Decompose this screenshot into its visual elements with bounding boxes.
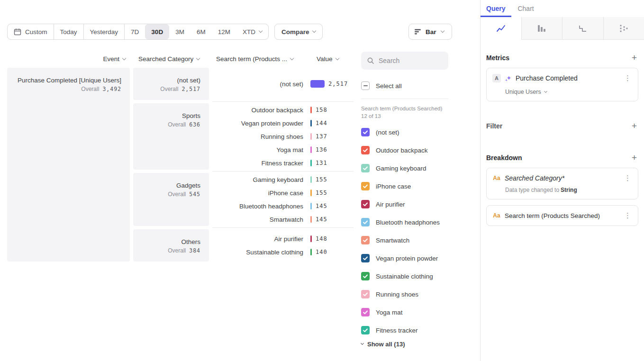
value-label: 136 <box>316 146 327 153</box>
filter-item[interactable]: Fitness tracker <box>361 321 448 339</box>
yesterday-button[interactable]: Yesterday <box>84 24 125 39</box>
table-row[interactable]: Gaming keyboard 155 <box>212 173 354 186</box>
today-button[interactable]: Today <box>54 24 84 39</box>
range-xtd-button[interactable]: XTD <box>236 24 268 39</box>
metric-type-dropdown[interactable]: Unique Users <box>505 89 632 95</box>
value-bar[interactable] <box>310 216 312 223</box>
table-row[interactable]: Vegan protein powder 144 <box>212 117 354 130</box>
search-input[interactable] <box>379 57 435 64</box>
custom-date-button[interactable]: Custom <box>8 24 54 39</box>
table-row[interactable]: iPhone case 155 <box>212 186 354 199</box>
table-row[interactable]: Sustainable clothing 140 <box>212 245 354 259</box>
filter-item[interactable]: Smartwatch <box>361 231 448 249</box>
tab-query[interactable]: Query <box>486 5 505 12</box>
column-header-value[interactable]: Value <box>317 55 339 63</box>
filter-item[interactable]: Yoga mat <box>361 303 448 321</box>
filter-item[interactable]: Vegan protein powder <box>361 249 448 267</box>
table-row[interactable]: (not set) 2,517 <box>212 77 354 90</box>
table-row[interactable]: Yoga mat 136 <box>212 143 354 156</box>
add-metric-button[interactable]: + <box>630 53 638 62</box>
checkbox-checked[interactable] <box>361 236 370 244</box>
filter-item-label: Air purifier <box>376 201 405 208</box>
table-row[interactable]: Air purifier 148 <box>212 232 354 245</box>
breakdown-menu-button[interactable]: ⋮ <box>623 211 632 220</box>
value-bar[interactable] <box>310 160 312 166</box>
checkbox-checked[interactable] <box>361 128 370 136</box>
breakdown-menu-button[interactable]: ⋮ <box>623 174 632 182</box>
table-row[interactable]: Fitness tracker 131 <box>212 156 354 170</box>
value-bar[interactable] <box>310 176 312 183</box>
filter-item[interactable]: Bluetooth headphones <box>361 213 448 231</box>
category-panel[interactable]: Others Overall384 <box>133 229 209 262</box>
tab-insights[interactable] <box>481 17 521 40</box>
chart-type-dropdown[interactable]: Bar <box>408 24 452 40</box>
range-30d-button[interactable]: 30D <box>145 24 169 39</box>
checkbox-checked[interactable] <box>361 182 370 190</box>
table-row[interactable]: Outdoor backpack 158 <box>212 103 354 117</box>
filter-item[interactable]: (not set) <box>361 123 448 141</box>
category-panel[interactable]: (not set) Overall2,517 <box>133 68 209 100</box>
filter-item[interactable]: Running shoes <box>361 285 448 303</box>
checkbox-checked[interactable] <box>361 290 370 298</box>
value-bar[interactable] <box>310 120 312 126</box>
table-row[interactable]: Smartwatch 145 <box>212 213 354 226</box>
value-bar[interactable] <box>310 133 312 140</box>
event-panel[interactable]: Purchase Completed [Unique Users] Overal… <box>7 68 130 262</box>
category-name: Sports <box>133 112 200 119</box>
tab-chart[interactable]: Chart <box>517 5 534 12</box>
show-all-button[interactable]: Show all (13) <box>361 341 448 348</box>
filter-item[interactable]: Outdoor backpack <box>361 141 448 159</box>
tab-retention[interactable] <box>562 17 603 40</box>
value-bar[interactable] <box>310 190 312 196</box>
checkbox-checked[interactable] <box>361 218 370 226</box>
tab-funnels[interactable] <box>521 17 562 40</box>
indeterminate-dash-icon <box>363 85 368 86</box>
metric-menu-button[interactable]: ⋮ <box>623 74 632 82</box>
table-row[interactable]: Running shoes 137 <box>212 130 354 143</box>
filter-item[interactable]: Sustainable clothing <box>361 267 448 285</box>
filter-item[interactable]: Air purifier <box>361 195 448 213</box>
value-bar[interactable] <box>310 235 312 242</box>
range-7d-button[interactable]: 7D <box>125 24 145 39</box>
column-header-category[interactable]: Searched Category <box>138 55 200 63</box>
add-filter-button[interactable]: + <box>630 121 638 130</box>
checkbox-checked[interactable] <box>361 146 370 154</box>
tab-flows[interactable] <box>603 17 644 40</box>
value-bar[interactable] <box>310 249 312 255</box>
select-all-row[interactable]: Select all <box>361 80 448 91</box>
table-row[interactable]: Bluetooth headphones 145 <box>212 199 354 213</box>
column-header-term[interactable]: Search term (Products ... <box>216 55 293 63</box>
range-3m-button[interactable]: 3M <box>169 24 190 39</box>
chart-type-label: Bar <box>426 28 436 36</box>
chevron-down-icon <box>122 56 126 60</box>
checkbox-checked[interactable] <box>361 308 370 316</box>
compare-button[interactable]: Compare <box>274 24 323 40</box>
checkbox-checked[interactable] <box>361 326 370 334</box>
search-box[interactable] <box>361 52 448 70</box>
metric-card[interactable]: A Purchase Completed ⋮ Unique Users <box>486 68 638 101</box>
value-label: 2,517 <box>328 81 348 87</box>
range-6m-button[interactable]: 6M <box>190 24 212 39</box>
select-all-checkbox[interactable] <box>361 81 370 90</box>
column-header-event[interactable]: Event <box>7 55 126 63</box>
checkbox-checked[interactable] <box>361 272 370 280</box>
filter-item-label: Outdoor backpack <box>376 147 428 154</box>
value-bar[interactable] <box>310 146 312 153</box>
filter-section-header: Filter + <box>486 121 638 130</box>
category-panel[interactable]: Sports Overall636 <box>133 103 209 170</box>
filter-item[interactable]: iPhone case <box>361 177 448 195</box>
checkbox-checked[interactable] <box>361 254 370 262</box>
filter-item[interactable]: Gaming keyboard <box>361 159 448 177</box>
value-bar[interactable] <box>310 80 325 88</box>
value-bar[interactable] <box>310 203 312 209</box>
add-breakdown-button[interactable]: + <box>630 153 638 162</box>
breakdown-card-category[interactable]: Aa Searched Category* ⋮ Data type change… <box>486 168 638 199</box>
value-bar[interactable] <box>310 107 312 113</box>
search-term-label: Smartwatch <box>212 216 303 223</box>
range-12m-button[interactable]: 12M <box>212 24 236 39</box>
checkbox-checked[interactable] <box>361 200 370 208</box>
breakdown-card-term[interactable]: Aa Search term (Products Searched) ⋮ <box>486 205 638 226</box>
category-panel[interactable]: Gadgets Overall545 <box>133 173 209 226</box>
checkbox-checked[interactable] <box>361 164 370 172</box>
filter-item-label: Bluetooth headphones <box>376 219 440 226</box>
